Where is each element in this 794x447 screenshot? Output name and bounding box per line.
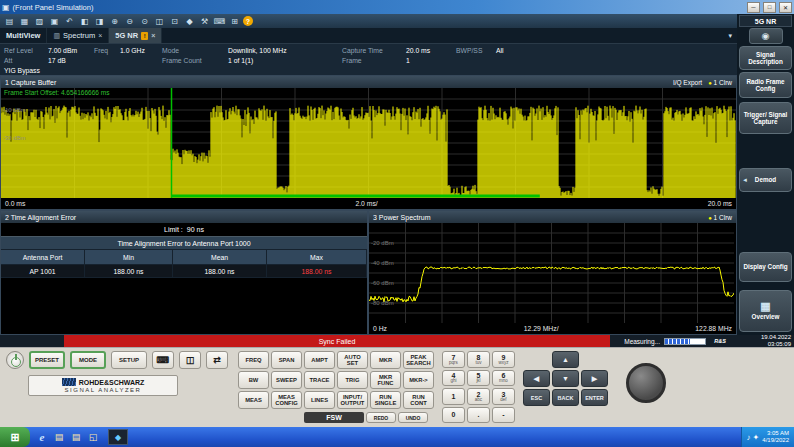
freq-value[interactable]: 1.0 GHz <box>120 47 162 54</box>
iq-export-button[interactable]: I/Q Export <box>673 79 702 86</box>
key-run-cont[interactable]: RUN CONT <box>403 391 434 409</box>
key-run-single[interactable]: RUN SINGLE <box>370 391 401 409</box>
arrow-up-key[interactable]: ▲ <box>552 351 579 368</box>
key-span[interactable]: SPAN <box>271 351 302 369</box>
frame-count-value[interactable]: 1 of 1(1) <box>228 57 342 64</box>
key-lines[interactable]: LINES <box>304 391 335 409</box>
new-icon[interactable]: ▤ <box>3 16 16 27</box>
keyboard-icon[interactable]: ⌨ <box>213 16 226 27</box>
setup-key[interactable]: SETUP <box>111 351 147 369</box>
tab-multiview[interactable]: MultiView <box>0 28 47 43</box>
capture-time-value[interactable]: 20.0 ms <box>406 47 456 54</box>
tab-5gnr[interactable]: 5G NR ! × <box>109 28 162 43</box>
esc-key[interactable]: ESC <box>523 389 550 406</box>
minimize-button[interactable]: ─ <box>747 2 760 13</box>
redo-key[interactable]: REDO <box>366 412 396 423</box>
mode-key[interactable]: MODE <box>70 351 106 369</box>
split-screen-icon[interactable]: ◫ <box>153 16 166 27</box>
arrow-down-key[interactable]: ▼ <box>552 370 579 387</box>
softkey-display-config[interactable]: Display Config <box>739 252 792 282</box>
key-1[interactable]: 1 <box>442 388 465 405</box>
key-7[interactable]: 7pqrs <box>442 351 465 368</box>
folder-icon[interactable]: ▤ <box>52 430 66 444</box>
window-key[interactable]: ⇄ <box>206 351 228 369</box>
trace-indicator[interactable]: ● 1 Clrw <box>708 214 732 221</box>
desktop-icon[interactable]: ◱ <box>86 430 100 444</box>
key-peak-search[interactable]: PEAK SEARCH <box>403 351 434 369</box>
trace-indicator[interactable]: ● 1 Clrw <box>708 79 732 86</box>
undo-key[interactable]: UNDO <box>398 412 428 423</box>
zoom-reset-icon[interactable]: ⊙ <box>138 16 151 27</box>
key-4[interactable]: 4ghi <box>442 370 465 387</box>
key-freq[interactable]: FREQ <box>238 351 269 369</box>
power-button[interactable] <box>6 351 24 369</box>
key-sweep[interactable]: SWEEP <box>271 371 302 389</box>
key-trace[interactable]: TRACE <box>304 371 335 389</box>
open-icon[interactable]: ▨ <box>33 16 46 27</box>
tab-spectrum[interactable]: ▥ Spectrum × <box>47 28 109 43</box>
softkey-demod[interactable]: ◄Demod <box>739 168 792 192</box>
camera-button[interactable]: ◉ <box>749 28 783 44</box>
keyboard-key[interactable]: ⌨ <box>152 351 174 369</box>
maximize-button[interactable]: □ <box>763 2 776 13</box>
key-auto-set[interactable]: AUTO SET <box>337 351 368 369</box>
folder2-icon[interactable]: ▤ <box>69 430 83 444</box>
key-0[interactable]: 0 <box>442 407 465 424</box>
enter-key[interactable]: ENTER <box>581 389 608 406</box>
tools-icon[interactable]: ⚒ <box>198 16 211 27</box>
zoom-out-icon[interactable]: ⊖ <box>123 16 136 27</box>
screen-capture-icon[interactable]: ⊡ <box>168 16 181 27</box>
key-meas[interactable]: MEAS <box>238 391 269 409</box>
power-spectrum-plot-area[interactable]: -20 dBm-40 dBm-60 dBm-80 dBm <box>369 223 736 323</box>
save-icon[interactable]: ▣ <box>48 16 61 27</box>
fsw-app-button[interactable]: ◆ <box>108 429 128 445</box>
arrow-right-key[interactable]: ▶ <box>581 370 608 387</box>
key-minus[interactable]: - <box>492 407 515 424</box>
softkey-signal-description[interactable]: Signal Description <box>739 46 792 70</box>
undo-icon[interactable]: ↶ <box>63 16 76 27</box>
key-8[interactable]: 8tuv <box>467 351 490 368</box>
windows-icon[interactable]: ⊞ <box>228 16 241 27</box>
key-mkr[interactable]: MKR <box>370 351 401 369</box>
softkey-trigger-signal-capture[interactable]: Trigger/ Signal Capture <box>739 102 792 134</box>
key-input-output[interactable]: INPUT/ OUTPUT <box>337 391 368 409</box>
screenshot-icon[interactable]: ◧ <box>78 16 91 27</box>
capture-buffer-plot-area[interactable]: Frame Start Offset: 4.654166666 ms -10 d… <box>1 88 736 198</box>
preset-key[interactable]: PRESET <box>29 351 65 369</box>
toolbar: ▤▦▨▣↶◧◨⊕⊖⊙◫⊡◆⚒⌨⊞? <box>0 14 737 28</box>
key-trig[interactable]: TRIG <box>337 371 368 389</box>
key-dot[interactable]: . <box>467 407 490 424</box>
display-key[interactable]: ◫ <box>179 351 201 369</box>
close-tab-icon[interactable]: × <box>151 32 155 39</box>
start-button[interactable]: ⊞ <box>0 427 30 447</box>
internet-explorer-icon[interactable]: e <box>35 430 49 444</box>
display-icon[interactable]: ◨ <box>93 16 106 27</box>
ref-level-value[interactable]: 7.00 dBm <box>48 47 94 54</box>
close-tab-icon[interactable]: × <box>98 32 102 39</box>
att-value[interactable]: 17 dB <box>48 57 94 64</box>
marker-icon[interactable]: ◆ <box>183 16 196 27</box>
key-bw[interactable]: BW <box>238 371 269 389</box>
key-meas-config[interactable]: MEAS CONFIG <box>271 391 302 409</box>
softkey-radio-frame-config[interactable]: Radio Frame Config <box>739 72 792 98</box>
key-3[interactable]: 3def <box>492 388 515 405</box>
back-key[interactable]: BACK <box>552 389 579 406</box>
key-mkr-func[interactable]: MKR FUNC <box>370 371 401 389</box>
softkey-overview[interactable]: ▦Overview <box>739 290 792 332</box>
key-ampt[interactable]: AMPT <box>304 351 335 369</box>
arrow-left-key[interactable]: ◀ <box>523 370 550 387</box>
help-icon[interactable]: ? <box>243 16 253 26</box>
bwp-value[interactable]: All <box>496 47 733 54</box>
rotary-knob[interactable] <box>626 363 666 403</box>
frame-value[interactable]: 1 <box>406 57 456 64</box>
key-6[interactable]: 6mno <box>492 370 515 387</box>
close-button[interactable]: ✕ <box>779 2 792 13</box>
print-icon[interactable]: ▦ <box>18 16 31 27</box>
mode-value[interactable]: Downlink, 100 MHz <box>228 47 342 54</box>
key-2[interactable]: 2abc <box>467 388 490 405</box>
zoom-in-icon[interactable]: ⊕ <box>108 16 121 27</box>
key-mkr[interactable]: MKR-> <box>403 371 434 389</box>
chevron-down-icon[interactable]: ▾ <box>723 28 737 43</box>
key-9[interactable]: 9wxyz <box>492 351 515 368</box>
key-5[interactable]: 5jkl <box>467 370 490 387</box>
